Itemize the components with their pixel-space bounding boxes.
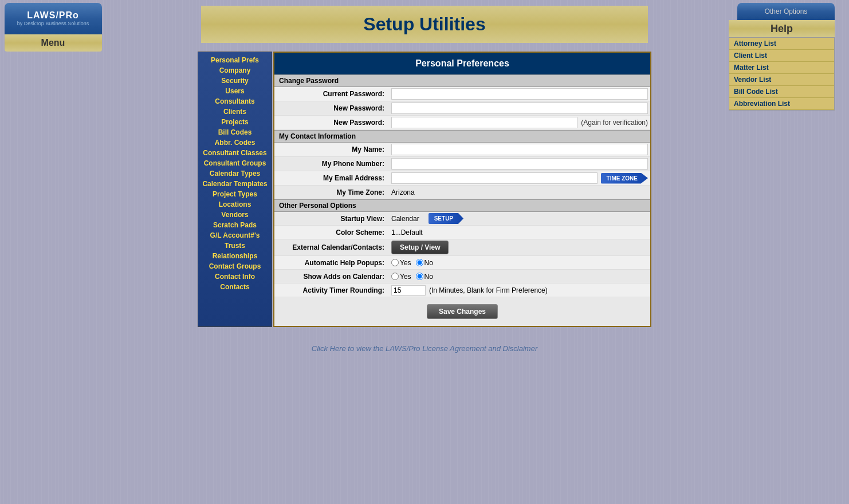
my-name-row: My Name: [274,143,650,157]
right-list-item-attorney-list[interactable]: Attorney List [729,38,834,50]
auto-help-yes-label[interactable]: Yes [391,259,411,267]
right-list-item-client-list[interactable]: Client List [729,50,834,62]
nav-item-contact-groups[interactable]: Contact Groups [198,261,272,271]
nav-item-project-types[interactable]: Project Types [198,189,272,199]
my-timezone-value-area: Arizona [389,187,650,198]
auto-help-no-radio[interactable] [416,259,423,266]
nav-item-bill-codes[interactable]: Bill Codes [198,127,272,137]
nav-item-contacts[interactable]: Contacts [198,282,272,292]
nav-item-scratch-pads[interactable]: Scratch Pads [198,220,272,230]
setup-view-button[interactable]: Setup / View [391,241,449,254]
auto-help-no-label[interactable]: No [416,259,433,267]
auto-help-radio-group: Yes No [389,258,435,268]
right-list-item-vendor-list[interactable]: Vendor List [729,74,834,86]
nav-item-contact-info[interactable]: Contact Info [198,271,272,282]
my-timezone-value: Arizona [391,188,415,196]
new-password-input[interactable] [391,103,648,114]
left-nav: Personal PrefsCompanySecurityUsersConsul… [198,52,272,327]
new-password-confirm-area: (Again for verification) [389,116,650,129]
form-title: Personal Preferences [274,53,650,74]
external-calendar-label: External Calendar/Contacts: [274,243,389,251]
nav-item-consultant-groups[interactable]: Consultant Groups [198,158,272,168]
other-options-label: Other Options [737,3,835,20]
current-password-row: Current Password: [274,87,650,101]
my-phone-row: My Phone Number: [274,157,650,171]
show-adds-label: Show Adds on Calendar: [274,273,389,281]
color-scheme-area: 1...Default [389,227,650,238]
my-phone-input[interactable] [391,158,648,170]
startup-view-value: Calendar [391,215,419,223]
logo-subtitle: by DeskTop Business Solutions [17,21,89,27]
color-scheme-label: Color Scheme: [274,229,389,237]
startup-view-area: Calendar SETUP [389,212,650,225]
page-title: Setup Utilities [201,6,648,43]
my-name-label: My Name: [274,145,389,153]
timer-rounding-row: Activity Timer Rounding: (In Minutes, Bl… [274,284,650,297]
save-section: Save Changes [274,297,650,326]
my-phone-label: My Phone Number: [274,160,389,168]
timer-rounding-area: (In Minutes, Blank for Firm Preference) [389,284,650,297]
nav-item-consultants[interactable]: Consultants [198,96,272,107]
nav-item-consultant-classes[interactable]: Consultant Classes [198,148,272,158]
my-email-input[interactable] [391,172,598,184]
my-timezone-label: My Time Zone: [274,188,389,196]
nav-item-trusts[interactable]: Trusts [198,241,272,251]
save-changes-button[interactable]: Save Changes [427,304,498,319]
nav-item-calendar-types[interactable]: Calendar Types [198,168,272,179]
nav-item-vendors[interactable]: Vendors [198,210,272,220]
right-list-item-matter-list[interactable]: Matter List [729,62,834,74]
new-password-confirm-input[interactable] [391,117,577,128]
color-scheme-row: Color Scheme: 1...Default [274,226,650,239]
auto-help-row: Automatic Help Popups: Yes No [274,256,650,270]
right-list-item-bill-code-list[interactable]: Bill Code List [729,86,834,98]
nav-item-relationships[interactable]: Relationships [198,251,272,261]
nav-item-locations[interactable]: Locations [198,199,272,210]
section-contact-info: My Contact Information [274,130,650,143]
show-adds-yes-label[interactable]: Yes [391,273,411,281]
my-phone-input-area [389,157,650,171]
my-timezone-row: My Time Zone: Arizona [274,186,650,199]
timezone-button[interactable]: TIME ZONE [601,173,648,184]
show-adds-yes-radio[interactable] [391,273,399,280]
my-name-input-area [389,143,650,156]
section-other-options: Other Personal Options [274,199,650,212]
menu-button[interactable]: Menu [5,34,102,52]
nav-item-personal-prefs[interactable]: Personal Prefs [198,55,272,65]
nav-item-gl-accounts[interactable]: G/L Account#'s [198,230,272,241]
current-password-input[interactable] [391,88,648,100]
external-calendar-area: Setup / View [389,239,650,255]
startup-view-label: Startup View: [274,215,389,223]
nav-item-clients[interactable]: Clients [198,107,272,117]
new-password-input-area [389,101,650,115]
current-password-input-area [389,87,650,101]
startup-setup-button[interactable]: SETUP [429,213,463,224]
timer-rounding-input[interactable] [391,285,426,296]
new-password-confirm-row: New Password: (Again for verification) [274,116,650,130]
logo-title: LAWS/PRo [27,10,79,21]
license-link[interactable]: Click Here to view the LAWS/Pro License … [312,344,538,353]
nav-item-security[interactable]: Security [198,76,272,86]
nav-item-projects[interactable]: Projects [198,117,272,127]
nav-item-calendar-templates[interactable]: Calendar Templates [198,179,272,189]
quick-links-list: Attorney ListClient ListMatter ListVendo… [729,37,835,111]
logo-box: LAWS/PRo by DeskTop Business Solutions [5,3,102,34]
section-change-password: Change Password [274,74,650,87]
right-list-item-abbreviation-list[interactable]: Abbreviation List [729,98,834,110]
show-adds-no-radio[interactable] [416,273,423,280]
main-form: Personal Preferences Change Password Cur… [273,52,651,327]
nav-item-users[interactable]: Users [198,86,272,96]
auto-help-yes-radio[interactable] [391,259,399,266]
footer: Click Here to view the LAWS/Pro License … [0,344,849,353]
nav-item-abbr-codes[interactable]: Abbr. Codes [198,137,272,148]
show-adds-radio-group: Yes No [389,271,435,282]
my-email-label: My Email Address: [274,174,389,182]
nav-item-company[interactable]: Company [198,65,272,76]
new-password-row: New Password: [274,101,650,116]
new-password-confirm-label: New Password: [274,119,389,127]
current-password-label: Current Password: [274,90,389,98]
help-button[interactable]: Help [729,20,835,37]
timer-rounding-label: Activity Timer Rounding: [274,286,389,294]
my-name-input[interactable] [391,144,648,155]
show-adds-no-label[interactable]: No [416,273,433,281]
startup-view-row: Startup View: Calendar SETUP [274,212,650,226]
